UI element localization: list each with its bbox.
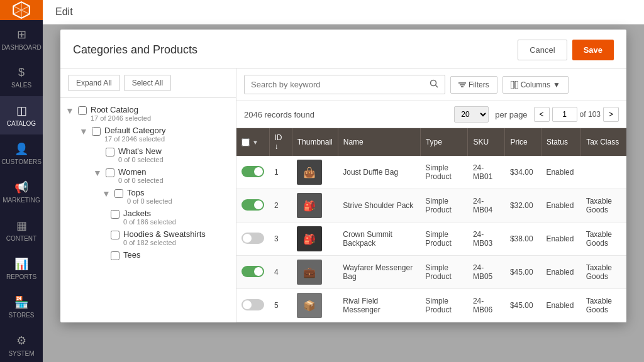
toggle-switch[interactable] — [242, 299, 264, 310]
expand-default-icon[interactable]: ▼ — [79, 126, 89, 136]
cell-name: Strive Shoulder Pack — [338, 189, 420, 222]
select-all-button[interactable]: Select All — [124, 75, 171, 91]
th-sku: SKU — [468, 128, 505, 156]
tree-item-jackets[interactable]: Jackets 0 of 186 selected — [60, 207, 236, 228]
cell-toggle[interactable] — [236, 256, 269, 289]
expand-tops-icon[interactable]: ▼ — [102, 188, 112, 199]
th-thumbnail: Thumbnail — [292, 128, 338, 156]
sales-icon: $ — [18, 66, 25, 79]
page-background: Categories and Products Cancel Save Expa… — [43, 25, 644, 362]
expand-root-icon[interactable]: ▼ — [65, 105, 75, 116]
table-row: 3 🎒 Crown Summit Backpack Simple Product… — [236, 222, 626, 256]
sidebar-item-label: CATALOG — [7, 120, 36, 127]
modal-header: Categories and Products Cancel Save — [60, 30, 626, 69]
sidebar-item-marketing[interactable]: 📢 MARKETING — [0, 173, 43, 211]
cell-toggle[interactable] — [236, 289, 269, 322]
checkbox-tees[interactable] — [111, 251, 119, 260]
cell-toggle[interactable] — [236, 156, 269, 189]
tree-item-whats-new[interactable]: ▶ What's New 0 of 0 selected — [60, 145, 236, 165]
sidebar-item-reports[interactable]: 📊 REPORTS — [0, 250, 43, 288]
cell-name: Joust Duffle Bag — [338, 156, 420, 189]
modal-body: Expand All Select All ▼ Root Catalog 17 … — [60, 69, 626, 322]
cell-tax: Taxable Goods — [581, 222, 626, 256]
checkbox-hoodies[interactable] — [111, 231, 119, 239]
sidebar-logo[interactable] — [0, 0, 43, 20]
tree-count-default-category: 17 of 2046 selected — [104, 135, 166, 143]
toggle-switch[interactable] — [242, 233, 264, 244]
sidebar-item-customers[interactable]: 👤 CUSTOMERS — [0, 134, 43, 173]
cell-toggle[interactable] — [236, 222, 269, 256]
tree-label-tops: Tops — [127, 188, 172, 197]
th-checkbox[interactable] — [242, 138, 250, 146]
sidebar: ⊞ DASHBOARD $ SALES ◫ CATALOG 👤 CUSTOMER… — [0, 0, 43, 362]
next-page-button[interactable]: > — [603, 107, 619, 122]
checkbox-jackets[interactable] — [111, 210, 119, 219]
toggle-switch[interactable] — [242, 266, 264, 277]
svg-rect-6 — [515, 81, 518, 89]
search-button[interactable] — [423, 75, 445, 94]
search-wrapper — [244, 75, 445, 94]
checkbox-default-category[interactable] — [92, 127, 101, 136]
tree-count-whats-new: 0 of 0 selected — [118, 156, 164, 163]
cell-status: Enabled — [541, 156, 580, 189]
cell-sku: 24- MB04 — [468, 189, 505, 222]
per-page-select[interactable]: 20 50 100 — [454, 106, 489, 123]
cell-type: Simple Product — [420, 289, 468, 322]
checkbox-root-catalog[interactable] — [78, 106, 87, 115]
sidebar-item-sales[interactable]: $ SALES — [0, 58, 43, 96]
page-input[interactable] — [552, 107, 577, 122]
tree-item-women[interactable]: ▼ Women 0 of 0 selected — [60, 165, 236, 186]
cell-tax: Taxable Goods — [581, 289, 626, 322]
tree-label-whats-new: What's New — [118, 146, 164, 156]
tree-item-root-catalog[interactable]: ▼ Root Catalog 17 of 2046 selected — [60, 103, 236, 124]
sidebar-item-catalog[interactable]: ◫ CATALOG — [0, 96, 43, 134]
th-id[interactable]: ID ↓ — [269, 128, 292, 156]
cell-toggle[interactable] — [236, 189, 269, 222]
product-thumbnail: 📦 — [297, 293, 322, 318]
columns-button[interactable]: Columns ▼ — [502, 76, 569, 94]
table-row: 1 👜 Joust Duffle Bag Simple Product 24- … — [236, 156, 626, 189]
tree-item-tops[interactable]: ▼ Tops 0 of 0 selected — [60, 186, 236, 207]
modal-categories-products: Categories and Products Cancel Save Expa… — [60, 30, 626, 322]
svg-line-1 — [436, 85, 438, 88]
tree-count-tops: 0 of 0 selected — [127, 197, 172, 205]
expand-all-button[interactable]: Expand All — [68, 75, 120, 91]
toggle-switch[interactable] — [242, 166, 264, 177]
sidebar-item-stores[interactable]: 🏪 STORES — [0, 288, 43, 326]
tree-count-hoodies: 0 of 182 selected — [123, 239, 206, 246]
th-toggle: ▼ — [236, 128, 269, 156]
modal-overlay: Categories and Products Cancel Save Expa… — [43, 25, 644, 362]
th-tax-class: Tax Class — [581, 128, 626, 156]
tree-count-jackets: 0 of 186 selected — [123, 218, 176, 226]
sidebar-item-system[interactable]: ⚙ SYSTEM — [0, 326, 43, 362]
cell-sku: 24- MB05 — [468, 256, 505, 289]
checkbox-tops[interactable] — [114, 189, 123, 198]
expand-women-icon[interactable]: ▼ — [93, 167, 103, 178]
save-button[interactable]: Save — [572, 40, 614, 60]
filters-button[interactable]: Filters — [450, 76, 497, 94]
prev-page-button[interactable]: < — [534, 107, 550, 122]
toggle-switch[interactable] — [242, 199, 264, 211]
sidebar-item-label: REPORTS — [6, 273, 36, 280]
th-price: Price — [505, 128, 541, 156]
tree-item-default-category[interactable]: ▼ Default Category 17 of 2046 selected — [60, 124, 236, 145]
customers-icon: 👤 — [14, 142, 28, 156]
cancel-button[interactable]: Cancel — [518, 40, 567, 60]
per-page-label: per page — [495, 110, 527, 119]
tree-label-women: Women — [118, 167, 164, 177]
search-input[interactable] — [245, 76, 423, 93]
checkbox-whats-new[interactable] — [106, 148, 114, 156]
th-name: Name — [338, 128, 420, 156]
th-status: Status — [541, 128, 580, 156]
sidebar-item-content[interactable]: ▦ CONTENT — [0, 211, 43, 250]
pagination-nav: < of 103 > — [534, 107, 619, 122]
tree-item-hoodies[interactable]: Hoodies & Sweatshirts 0 of 182 selected — [60, 228, 236, 248]
table-row: 2 🎒 Strive Shoulder Pack Simple Product … — [236, 189, 626, 222]
columns-chevron: ▼ — [553, 80, 560, 89]
cell-sku: 24- MB03 — [468, 222, 505, 256]
checkbox-women[interactable] — [106, 168, 114, 177]
th-dropdown-button[interactable]: ▼ — [252, 139, 258, 146]
sidebar-item-dashboard[interactable]: ⊞ DASHBOARD — [0, 20, 43, 58]
page-header: Edit — [43, 0, 644, 25]
tree-item-tees[interactable]: Tees — [60, 248, 236, 262]
